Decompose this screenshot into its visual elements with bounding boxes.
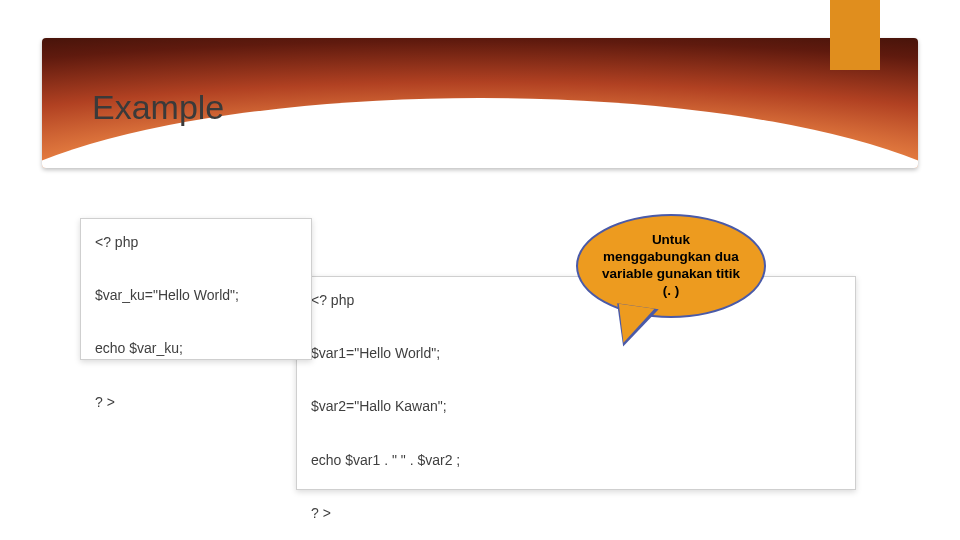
callout-text: Untuk menggabungkan dua variable gunakan…	[598, 232, 744, 300]
speech-bubble: Untuk menggabungkan dua variable gunakan…	[576, 214, 766, 318]
code-example-1: <? php $var_ku="Hello World"; echo $var_…	[80, 218, 312, 360]
title-banner: Example	[42, 38, 918, 168]
page-title: Example	[92, 88, 224, 127]
accent-tab	[830, 0, 880, 70]
callout-bubble: Untuk menggabungkan dua variable gunakan…	[576, 214, 766, 318]
